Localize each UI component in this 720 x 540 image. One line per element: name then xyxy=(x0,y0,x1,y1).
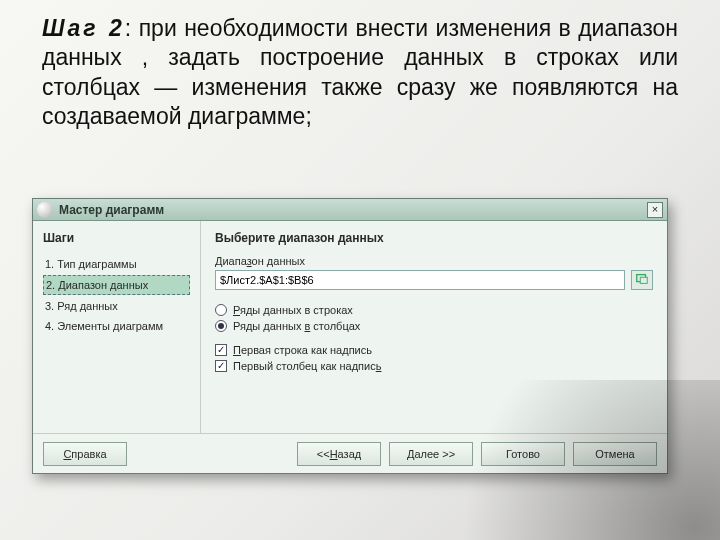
titlebar: Мастер диаграмм × xyxy=(33,199,667,221)
svg-rect-1 xyxy=(640,277,647,283)
wizard-step-1[interactable]: 1. Тип диаграммы xyxy=(43,255,190,273)
checkbox-first-row-label: Первая строка как надпись xyxy=(233,344,372,356)
radio-rows-label: Ряды данных в строках xyxy=(233,304,353,316)
shrink-range-icon xyxy=(635,272,649,289)
checkbox-icon xyxy=(215,344,227,356)
instruction-body: : при необходимости внести изменения в д… xyxy=(42,15,678,129)
radio-icon xyxy=(215,304,227,316)
chart-wizard-dialog: Мастер диаграмм × Шаги 1. Тип диаграммы … xyxy=(32,198,668,474)
back-button[interactable]: <<Назад xyxy=(297,442,381,466)
checkbox-first-col[interactable]: Первый столбец как надпись xyxy=(215,360,653,372)
cancel-button[interactable]: Отмена xyxy=(573,442,657,466)
data-range-input[interactable] xyxy=(215,270,625,290)
radio-rows-option[interactable]: Ряды данных в строках xyxy=(215,304,653,316)
data-range-label: Диапазон данных xyxy=(215,255,653,267)
wizard-step-2[interactable]: 2. Диапазон данных xyxy=(43,275,190,295)
finish-button[interactable]: Готово xyxy=(481,442,565,466)
instruction-lead: Шаг 2 xyxy=(42,15,125,41)
radio-cols-option[interactable]: Ряды данных в столбцах xyxy=(215,320,653,332)
instruction-text: Шаг 2: при необходимости внести изменени… xyxy=(0,0,720,132)
checkbox-first-row[interactable]: Первая строка как надпись xyxy=(215,344,653,356)
dialog-footer: Справка <<Назад Далее >> Готово Отмена xyxy=(33,433,667,473)
wizard-step-3[interactable]: 3. Ряд данных xyxy=(43,297,190,315)
wizard-steps-sidebar: Шаги 1. Тип диаграммы 2. Диапазон данных… xyxy=(33,221,201,433)
wizard-main-panel: Выберите диапазон данных Диапазон данных… xyxy=(201,221,667,433)
radio-icon xyxy=(215,320,227,332)
checkbox-first-col-label: Первый столбец как надпись xyxy=(233,360,381,372)
wizard-step-4[interactable]: 4. Элементы диаграмм xyxy=(43,317,190,335)
close-icon: × xyxy=(652,204,658,215)
sidebar-heading: Шаги xyxy=(43,231,190,245)
main-heading: Выберите диапазон данных xyxy=(215,231,653,245)
dialog-title: Мастер диаграмм xyxy=(59,203,647,217)
shrink-range-button[interactable] xyxy=(631,270,653,290)
radio-cols-label: Ряды данных в столбцах xyxy=(233,320,360,332)
help-button[interactable]: Справка xyxy=(43,442,127,466)
checkbox-icon xyxy=(215,360,227,372)
chart-app-icon xyxy=(37,202,53,218)
close-button[interactable]: × xyxy=(647,202,663,218)
next-button[interactable]: Далее >> xyxy=(389,442,473,466)
